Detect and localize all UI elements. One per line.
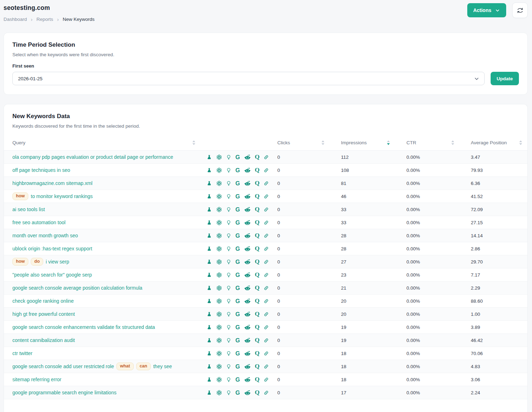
flask-icon[interactable] bbox=[207, 377, 212, 382]
actions-button[interactable]: Actions bbox=[467, 3, 506, 17]
google-icon[interactable]: G bbox=[236, 220, 240, 226]
quora-icon[interactable]: Q bbox=[255, 285, 260, 291]
link-icon[interactable] bbox=[264, 194, 269, 199]
query-link[interactable]: free seo automation tool bbox=[12, 220, 204, 225]
column-header-impressions[interactable]: Impressions bbox=[336, 135, 402, 150]
link-icon[interactable] bbox=[264, 220, 269, 225]
reddit-icon[interactable] bbox=[244, 350, 251, 357]
openai-icon[interactable] bbox=[216, 259, 222, 265]
google-icon[interactable]: G bbox=[236, 193, 240, 199]
query-link[interactable]: ctr twitter bbox=[12, 350, 204, 356]
flask-icon[interactable] bbox=[207, 246, 212, 251]
openai-icon[interactable] bbox=[216, 233, 222, 239]
query-link[interactable]: content cannibalization audit bbox=[12, 337, 204, 343]
quora-icon[interactable]: Q bbox=[255, 154, 260, 160]
query-link[interactable]: ai seo tools list bbox=[12, 207, 204, 212]
openai-icon[interactable] bbox=[216, 167, 222, 173]
google-icon[interactable]: G bbox=[236, 259, 240, 265]
openai-icon[interactable] bbox=[216, 311, 222, 317]
reddit-icon[interactable] bbox=[244, 389, 251, 396]
link-icon[interactable] bbox=[264, 259, 269, 265]
link-icon[interactable] bbox=[264, 298, 269, 304]
lightbulb-icon[interactable] bbox=[226, 285, 231, 291]
lightbulb-icon[interactable] bbox=[226, 246, 231, 251]
breadcrumb-reports[interactable]: Reports bbox=[36, 17, 53, 22]
openai-icon[interactable] bbox=[216, 390, 222, 396]
link-icon[interactable] bbox=[264, 181, 269, 186]
lightbulb-icon[interactable] bbox=[226, 233, 231, 238]
link-icon[interactable] bbox=[264, 390, 269, 395]
openai-icon[interactable] bbox=[216, 377, 222, 383]
lightbulb-icon[interactable] bbox=[226, 194, 231, 199]
link-icon[interactable] bbox=[264, 338, 269, 343]
google-icon[interactable]: G bbox=[236, 390, 240, 396]
link-icon[interactable] bbox=[264, 246, 269, 251]
reddit-icon[interactable] bbox=[244, 193, 251, 200]
reddit-icon[interactable] bbox=[244, 232, 251, 239]
flask-icon[interactable] bbox=[207, 312, 212, 317]
lightbulb-icon[interactable] bbox=[226, 181, 231, 186]
reddit-icon[interactable] bbox=[244, 154, 251, 161]
lightbulb-icon[interactable] bbox=[226, 207, 231, 212]
google-icon[interactable]: G bbox=[236, 167, 240, 173]
flask-icon[interactable] bbox=[207, 155, 212, 160]
lightbulb-icon[interactable] bbox=[226, 272, 231, 278]
lightbulb-icon[interactable] bbox=[226, 155, 231, 160]
query-link[interactable]: high gt free powerful content bbox=[12, 311, 204, 317]
first-seen-select[interactable]: 2026-01-25 bbox=[12, 72, 485, 85]
flask-icon[interactable] bbox=[207, 298, 212, 304]
openai-icon[interactable] bbox=[216, 350, 222, 356]
query-link[interactable]: month over month growth seo bbox=[12, 233, 204, 238]
query-link[interactable]: ublock origin :has-text regex support bbox=[12, 246, 204, 251]
reddit-icon[interactable] bbox=[244, 376, 251, 383]
openai-icon[interactable] bbox=[216, 324, 222, 330]
flask-icon[interactable] bbox=[207, 220, 212, 225]
google-icon[interactable]: G bbox=[236, 180, 240, 186]
quora-icon[interactable]: Q bbox=[255, 167, 260, 173]
lightbulb-icon[interactable] bbox=[226, 390, 231, 395]
quora-icon[interactable]: Q bbox=[255, 259, 260, 265]
openai-icon[interactable] bbox=[216, 285, 222, 291]
flask-icon[interactable] bbox=[207, 194, 212, 199]
openai-icon[interactable] bbox=[216, 180, 222, 186]
google-icon[interactable]: G bbox=[236, 207, 240, 213]
query-link[interactable]: howdoi view serp bbox=[12, 258, 204, 266]
openai-icon[interactable] bbox=[216, 220, 222, 226]
lightbulb-icon[interactable] bbox=[226, 325, 231, 330]
quora-icon[interactable]: Q bbox=[255, 245, 260, 252]
quora-icon[interactable]: Q bbox=[255, 363, 260, 370]
reddit-icon[interactable] bbox=[244, 272, 251, 278]
link-icon[interactable] bbox=[264, 272, 269, 278]
query-link[interactable]: sitemap referring error bbox=[12, 377, 204, 382]
reddit-icon[interactable] bbox=[244, 337, 251, 344]
quora-icon[interactable]: Q bbox=[255, 350, 260, 356]
openai-icon[interactable] bbox=[216, 246, 222, 252]
flask-icon[interactable] bbox=[207, 325, 212, 330]
quora-icon[interactable]: Q bbox=[255, 272, 260, 278]
openai-icon[interactable] bbox=[216, 154, 222, 160]
lightbulb-icon[interactable] bbox=[226, 259, 231, 265]
update-button[interactable]: Update bbox=[491, 72, 519, 85]
flask-icon[interactable] bbox=[207, 259, 212, 265]
breadcrumb-dashboard[interactable]: Dashboard bbox=[4, 17, 27, 22]
openai-icon[interactable] bbox=[216, 272, 222, 278]
link-icon[interactable] bbox=[264, 155, 269, 160]
query-link[interactable]: check google ranking online bbox=[12, 298, 204, 304]
link-icon[interactable] bbox=[264, 233, 269, 238]
lightbulb-icon[interactable] bbox=[226, 298, 231, 304]
quora-icon[interactable]: Q bbox=[255, 180, 260, 186]
quora-icon[interactable]: Q bbox=[255, 298, 260, 304]
query-link[interactable]: google search console add user restricte… bbox=[12, 362, 204, 371]
google-icon[interactable]: G bbox=[236, 377, 240, 383]
swap-view-button[interactable] bbox=[512, 2, 528, 18]
flask-icon[interactable] bbox=[207, 233, 212, 238]
flask-icon[interactable] bbox=[207, 168, 212, 173]
reddit-icon[interactable] bbox=[244, 206, 251, 213]
quora-icon[interactable]: Q bbox=[255, 193, 260, 199]
google-icon[interactable]: G bbox=[236, 285, 240, 291]
google-icon[interactable]: G bbox=[236, 324, 240, 330]
google-icon[interactable]: G bbox=[236, 350, 240, 356]
link-icon[interactable] bbox=[264, 168, 269, 173]
flask-icon[interactable] bbox=[207, 390, 212, 395]
openai-icon[interactable] bbox=[216, 364, 222, 370]
